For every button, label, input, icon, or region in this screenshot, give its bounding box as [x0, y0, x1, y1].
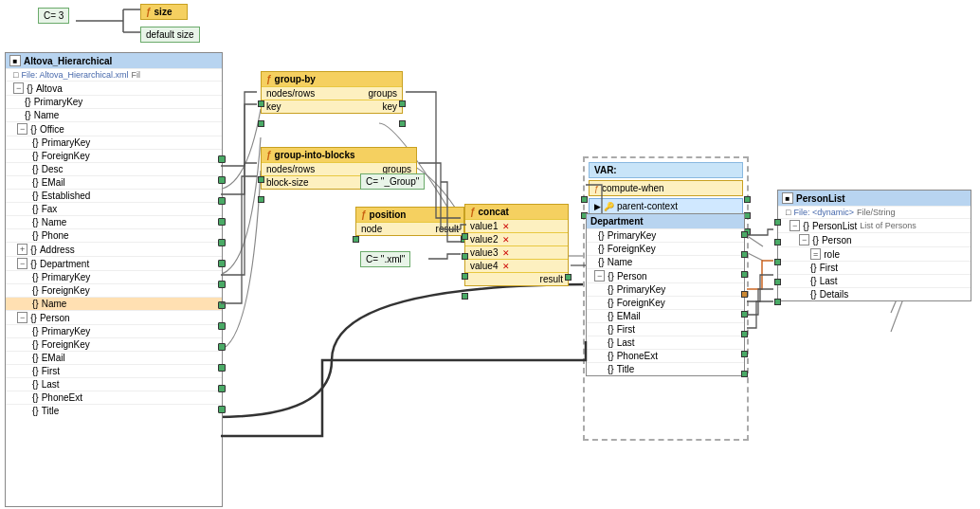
file-row: □ File: Altova_Hierarchical.xml Fil — [6, 68, 222, 81]
phone-label: Phone — [42, 230, 69, 241]
tree-row-office[interactable]: − {} Office — [6, 121, 222, 136]
dept-person-group[interactable]: − {} Person — [587, 268, 744, 282]
parent-context1-label: parent-context — [617, 201, 678, 211]
minus-icon: − — [13, 82, 24, 94]
pl-personlist-row[interactable]: − {} PersonList List of Persons — [778, 218, 971, 232]
pl-details-row[interactable]: {} Details — [778, 287, 971, 300]
port-r13 — [218, 406, 226, 413]
concat-header: ƒ concat — [465, 205, 568, 219]
minus3-icon: − — [17, 258, 27, 269]
group-by-header: ƒ group-by — [262, 72, 402, 86]
tree-row-pk2[interactable]: {} PrimaryKey — [6, 136, 222, 149]
const-xml-box[interactable]: C= ".xml" — [360, 251, 410, 267]
const-group-label: C= "_Group" — [366, 176, 419, 187]
tree-row-fax[interactable]: {} Fax — [6, 202, 222, 215]
tree-row-email2[interactable]: {} EMail — [6, 351, 222, 364]
tree-row-pk1[interactable]: {} PrimaryKey — [6, 95, 222, 108]
position-node: node — [361, 224, 382, 234]
curly20: {} — [32, 353, 39, 363]
dept-pk[interactable]: {} PrimaryKey — [587, 228, 744, 242]
dept-person-fk[interactable]: {} ForeignKey — [587, 296, 744, 309]
dept-person-phoneext[interactable]: {} PhoneExt — [587, 349, 744, 362]
position-box[interactable]: ƒ position node result — [355, 207, 464, 236]
dept-person-fk-label: ForeignKey — [617, 298, 665, 308]
const-box-top[interactable]: C= 3 — [38, 8, 69, 24]
concat-row-v3: value3 ✕ — [465, 245, 568, 259]
default-size-box[interactable]: default size — [140, 27, 200, 43]
dept-fk[interactable]: {} ForeignKey — [587, 242, 744, 255]
pl-person-row[interactable]: − {} Person — [778, 232, 971, 246]
compute-when-icon: ƒ — [594, 184, 599, 193]
tree-row-fk1[interactable]: {} ForeignKey — [6, 149, 222, 162]
curly22: {} — [32, 379, 39, 390]
tree-row-fk2[interactable]: {} ForeignKey — [6, 283, 222, 297]
tree-row-pk4[interactable]: {} PrimaryKey — [6, 324, 222, 337]
tree-row-email1[interactable]: {} EMail — [6, 175, 222, 189]
port-r9 — [218, 322, 226, 330]
tree-row-desc[interactable]: {} Desc — [6, 162, 222, 175]
minus4-icon: − — [17, 312, 27, 323]
dept-person-pk[interactable]: {} PrimaryKey — [587, 282, 744, 296]
tree-row-name2[interactable]: {} Name — [6, 215, 222, 228]
concat-port-l2 — [462, 253, 468, 260]
size-box[interactable]: ƒ size — [140, 4, 188, 20]
tree-row-dept[interactable]: − {} Department — [6, 256, 222, 270]
compute-when-box[interactable]: ƒ compute-when — [589, 180, 743, 196]
dept-person-title[interactable]: {} Title — [587, 362, 744, 375]
const-group-box[interactable]: C= "_Group" — [360, 173, 425, 190]
tree-row-phone[interactable]: {} Phone — [6, 228, 222, 242]
concat-port-l1 — [462, 233, 468, 240]
default-size-label: default size — [146, 29, 194, 40]
tree-row-title[interactable]: {} Title — [6, 404, 222, 417]
dept-name-label: Name — [608, 257, 633, 267]
curly8: {} — [32, 191, 39, 201]
dept-name[interactable]: {} Name — [587, 255, 744, 268]
curly-d1: {} — [598, 230, 605, 241]
dept-person-title-label: Title — [617, 364, 635, 374]
pl-port-l1 — [774, 219, 781, 226]
pl-file-row: □ File: <dynamic> File/String — [778, 206, 971, 218]
department-box: Department {} PrimaryKey {} ForeignKey {… — [586, 213, 745, 376]
gib-header: ƒ group-into-blocks — [262, 148, 416, 162]
port-r7 — [218, 281, 226, 288]
dept-port-r6 — [741, 331, 748, 337]
concat-box[interactable]: ƒ concat value1 ✕ value2 ✕ value3 ✕ valu… — [464, 204, 569, 286]
tree-row-altova[interactable]: − {} Altova — [6, 81, 222, 95]
port-r6 — [218, 260, 226, 267]
pl-file-type: File/String — [857, 208, 896, 217]
port-r4 — [218, 218, 226, 226]
tree-row-name1[interactable]: {} Name — [6, 108, 222, 121]
pl-last-row[interactable]: {} Last — [778, 274, 971, 287]
dept-person-last[interactable]: {} Last — [587, 336, 744, 349]
parent-context1-box[interactable]: ▶ 🔑 parent-context — [589, 198, 743, 214]
curly-d5: {} — [608, 284, 614, 295]
dept-person-first[interactable]: {} First — [587, 322, 744, 336]
port-r5 — [218, 239, 226, 246]
tree-row-address[interactable]: + {} Address — [6, 242, 222, 256]
group-by-box[interactable]: ƒ group-by nodes/rows groups key key — [261, 71, 403, 114]
pl-last-label: Last — [820, 276, 838, 286]
tree-row-name3[interactable]: {} Name — [6, 297, 222, 310]
last-label: Last — [42, 379, 60, 390]
gib-blocksize: block-size — [266, 177, 308, 188]
tree-row-established[interactable]: {} Established — [6, 189, 222, 202]
gib-fn-icon: ƒ — [266, 150, 272, 160]
dept-person-email[interactable]: {} EMail — [587, 309, 744, 322]
fk1-label: ForeignKey — [42, 151, 90, 161]
pl-first-row[interactable]: {} First — [778, 261, 971, 274]
curly7: {} — [32, 177, 39, 188]
tree-row-fk3[interactable]: {} ForeignKey — [6, 337, 222, 351]
position-row1: node result — [356, 222, 463, 235]
dept-port-r4 — [741, 291, 748, 298]
tree-row-first[interactable]: {} First — [6, 364, 222, 377]
tree-row-pk3[interactable]: {} PrimaryKey — [6, 270, 222, 283]
curly-d2: {} — [598, 244, 605, 254]
tree-row-last[interactable]: {} Last — [6, 377, 222, 391]
tree-row-phoneext[interactable]: {} PhoneExt — [6, 391, 222, 404]
pl-curly4: {} — [810, 276, 817, 286]
pl-role-row[interactable]: = role — [778, 246, 971, 261]
tree-row-person[interactable]: − {} Person — [6, 310, 222, 324]
curly-d8: {} — [608, 324, 614, 335]
pl-listofpersons: List of Persons — [860, 221, 916, 230]
dept-port-r2 — [741, 251, 748, 258]
